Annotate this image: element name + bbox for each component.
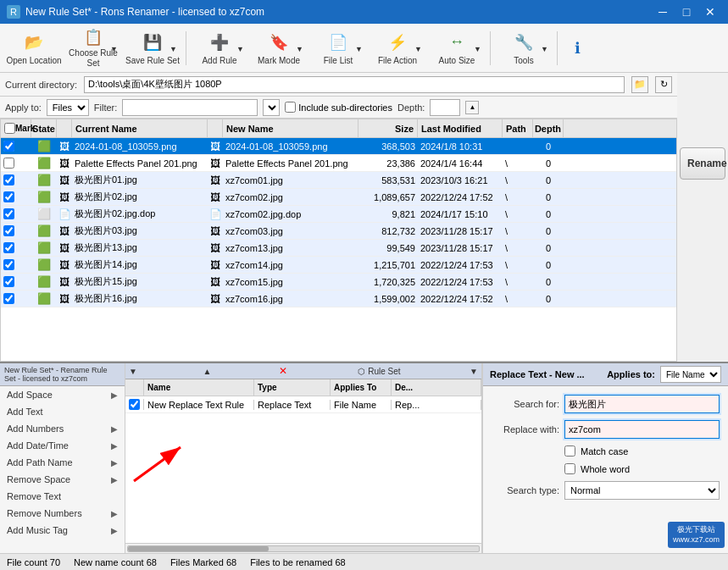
toolbar-separator-2	[490, 31, 491, 65]
rule-table-row[interactable]: New Replace Text Rule Replace Text File …	[125, 396, 481, 413]
row-mark-checkbox[interactable]	[3, 225, 14, 236]
table-row[interactable]: 🟩 🖼 极光图片01.jpg 🖼 xz7com01.jpg 583,531 20…	[1, 172, 676, 189]
watermark: 极光下载站 www.xz7.com	[668, 522, 725, 548]
row-mark-checkbox[interactable]	[3, 242, 14, 253]
table-row[interactable]: 🟩 🖼 极光图片15.jpg 🖼 xz7com15.jpg 1,720,325 …	[1, 274, 676, 291]
tools-button[interactable]: 🔧 Tools ▼	[495, 27, 553, 69]
rule-type-cell: Replace Text	[254, 400, 331, 410]
sidebar-item-add-datetime[interactable]: Add Date/Time ▶	[0, 437, 125, 454]
apply-to-select[interactable]: Files	[47, 99, 89, 116]
directory-input[interactable]	[84, 76, 625, 93]
sidebar-item-add-text[interactable]: Add Text	[0, 403, 125, 420]
main-container: 📂 Open Location 📋 Choose Rule Set ▼ 💾 Sa…	[0, 24, 728, 570]
delete-rule-button[interactable]: ✕	[277, 365, 289, 377]
depth-cell: 0	[533, 226, 564, 236]
rule-check[interactable]	[129, 399, 140, 410]
rules-title-bar: New Rule Set* - Rename Rule Set - licens…	[0, 363, 125, 386]
filter-bar: Apply to: Files Filter: ▼ Include sub-di…	[0, 97, 677, 119]
whole-word-checkbox[interactable]	[564, 463, 575, 474]
mark-all-checkbox[interactable]	[4, 123, 15, 134]
new-file-icon: 🖼	[210, 191, 220, 203]
choose-rule-set-button[interactable]: 📋 Choose Rule Set ▼	[64, 27, 122, 69]
depth-cell: 0	[533, 243, 564, 253]
file-list-button[interactable]: 📄 File List ▼	[309, 27, 367, 69]
file-action-label: File Action	[378, 56, 417, 66]
path-cell: \	[503, 175, 533, 185]
sidebar-item-remove-text[interactable]: Remove Text	[0, 488, 125, 505]
menu-item-label: Add Space	[7, 390, 53, 400]
save-rule-set-button[interactable]: 💾 Save Rule Set ▼	[124, 27, 181, 69]
row-mark-checkbox[interactable]	[3, 191, 14, 202]
menu-item-label: Remove Numbers	[7, 508, 82, 518]
table-row[interactable]: 🟩 🖼 极光图片14.jpg 🖼 xz7com14.jpg 1,215,701 …	[1, 257, 676, 274]
new-name-cell: xz7com02.jpg.dop	[223, 209, 358, 219]
rename-button[interactable]: Rename	[680, 147, 725, 180]
sidebar-item-remove-numbers[interactable]: Remove Numbers ▶	[0, 505, 125, 522]
table-row[interactable]: 🟩 🖼 2024-01-08_103059.png 🖼 2024-01-08_1…	[1, 138, 676, 155]
file-action-button[interactable]: ⚡ File Action ▼	[369, 27, 426, 69]
row-mark-checkbox[interactable]	[3, 174, 14, 185]
row-mark-checkbox[interactable]	[3, 293, 14, 304]
add-icon: ➕	[208, 30, 231, 54]
add-rule-button[interactable]: ➕ Add Rule ▼	[191, 27, 248, 69]
title-bar: R New Rule Set* - Rons Renamer - license…	[0, 0, 728, 24]
rules-icon: 📋	[81, 28, 105, 47]
table-row[interactable]: 🟩 🖼 Palette Effects Panel 201.png 🖼 Pale…	[1, 155, 676, 172]
include-subdirs-checkbox[interactable]	[285, 102, 296, 113]
open-location-button[interactable]: 📂 Open Location	[5, 27, 63, 69]
row-mark-checkbox[interactable]	[3, 208, 14, 219]
browse-folder-button[interactable]: 📁	[631, 76, 648, 93]
refresh-button[interactable]: ↻	[655, 76, 672, 93]
info-button[interactable]: ℹ	[562, 27, 592, 69]
file-count-label: File count 70	[7, 557, 60, 567]
open-location-label: Open Location	[6, 56, 61, 66]
mark-mode-button[interactable]: 🔖 Mark Mode ▼	[250, 27, 308, 69]
depth-input[interactable]: 1	[430, 99, 460, 116]
header-path: Path	[503, 119, 533, 137]
modified-cell: 2022/12/24 17:52	[418, 192, 503, 202]
menu-item-label: Remove Space	[7, 474, 70, 484]
sidebar-item-add-numbers[interactable]: Add Numbers ▶	[0, 420, 125, 437]
row-mark-checkbox[interactable]	[3, 276, 14, 287]
minimize-button[interactable]: ─	[652, 3, 674, 20]
path-cell: \	[503, 209, 533, 219]
rename-button-area: Rename	[677, 146, 728, 181]
filter-input[interactable]	[122, 99, 258, 116]
table-row[interactable]: 🟩 🖼 极光图片02.jpg 🖼 xz7com02.jpg 1,089,657 …	[1, 189, 676, 206]
include-subdirs-check[interactable]: Include sub-directories	[285, 102, 392, 113]
applies-to-select[interactable]: File Name	[660, 366, 721, 383]
close-button[interactable]: ✕	[699, 3, 721, 20]
table-row[interactable]: 🟩 🖼 极光图片13.jpg 🖼 xz7com13.jpg 99,549 202…	[1, 240, 676, 257]
sidebar-item-add-space[interactable]: Add Space ▶	[0, 386, 125, 403]
row-mark-checkbox[interactable]	[3, 259, 14, 270]
menu-item-label: Add Text	[7, 407, 43, 417]
file-list-icon: 📄	[326, 30, 350, 54]
replace-title-bar: Replace Text - New ... Applies to: File …	[483, 363, 728, 386]
match-case-checkbox[interactable]	[564, 445, 575, 457]
row-mark-checkbox[interactable]	[3, 158, 14, 169]
submenu-arrow-icon: ▶	[111, 526, 118, 535]
size-cell: 1,089,657	[358, 192, 418, 202]
search-for-input[interactable]	[564, 395, 720, 413]
menu-item-label: Add Music Tag	[7, 525, 68, 535]
depth-up-button[interactable]: ▲	[465, 101, 479, 114]
modified-cell: 2024/1/8 10:31	[418, 141, 503, 152]
sidebar-item-add-path-name[interactable]: Add Path Name ▶	[0, 454, 125, 471]
match-case-row: Match case	[492, 445, 720, 457]
search-type-select[interactable]: NormalRegular ExpressionWildcards	[564, 481, 720, 500]
maximize-button[interactable]: □	[675, 3, 697, 20]
rules-scrollbar-h[interactable]	[125, 543, 481, 553]
file-type-icon: 🖼	[59, 293, 69, 305]
new-file-icon: 🖼	[210, 242, 220, 254]
table-row[interactable]: 🟩 🖼 极光图片03.jpg 🖼 xz7com03.jpg 812,732 20…	[1, 223, 676, 240]
auto-size-button[interactable]: ↔ Auto Size ▼	[428, 27, 486, 69]
table-row[interactable]: ⬜ 📄 极光图片02.jpg.dop 📄 xz7com02.jpg.dop 9,…	[1, 206, 676, 223]
sidebar-item-remove-space[interactable]: Remove Space ▶	[0, 471, 125, 488]
filter-dropdown[interactable]: ▼	[263, 99, 280, 116]
row-mark-checkbox[interactable]	[3, 141, 14, 152]
table-row[interactable]: 🟩 🖼 极光图片16.jpg 🖼 xz7com16.jpg 1,599,002 …	[1, 291, 676, 307]
sidebar-item-add-music-tag[interactable]: Add Music Tag ▶	[0, 522, 125, 539]
replace-with-input[interactable]	[564, 420, 720, 439]
current-name-cell: 极光图片03.jpg	[72, 224, 208, 237]
whole-word-label: Whole word	[581, 464, 630, 474]
